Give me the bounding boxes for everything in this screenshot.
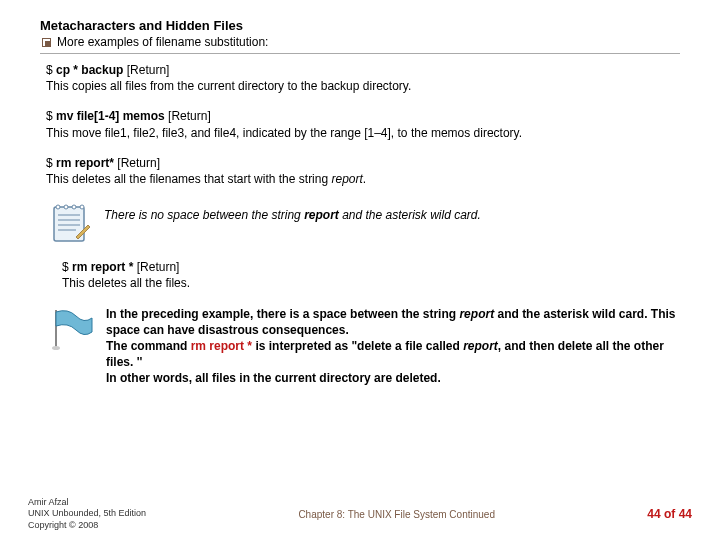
example-2: $ mv file[1-4] memos [Return] This move … <box>46 108 680 140</box>
warning-text: In the preceding example, there is a spa… <box>106 306 680 387</box>
note-text: There is no space between the string rep… <box>104 201 481 223</box>
footer-left: Amir Afzal UNIX Unbounded, 5th Edition C… <box>28 497 146 531</box>
bullet-text: More examples of filename substitution: <box>57 35 268 49</box>
page-number: 44 of 44 <box>647 507 692 521</box>
svg-point-8 <box>80 205 84 209</box>
example-4: $ rm report * [Return] This deletes all … <box>62 259 680 291</box>
example-desc: This deletes all the files. <box>62 275 680 291</box>
prompt: $ <box>62 260 72 274</box>
command-text: rm report * <box>72 260 133 274</box>
svg-point-6 <box>64 205 68 209</box>
square-bullet-icon <box>42 38 51 47</box>
footer: Amir Afzal UNIX Unbounded, 5th Edition C… <box>0 496 720 540</box>
warning-block: In the preceding example, there is a spa… <box>46 306 680 387</box>
bullet-row: More examples of filename substitution: <box>42 35 680 49</box>
flag-icon <box>46 306 96 352</box>
example-desc: This move file1, file2, file3, and file4… <box>46 125 680 141</box>
command-text: rm report* <box>56 156 114 170</box>
return-key: [Return] <box>165 109 211 123</box>
notepad-icon <box>46 201 94 245</box>
prompt: $ <box>46 156 56 170</box>
return-key: [Return] <box>114 156 160 170</box>
slide-title: Metacharacters and Hidden Files <box>40 18 680 33</box>
footer-author: Amir Afzal <box>28 497 146 508</box>
footer-copyright: Copyright © 2008 <box>28 520 146 531</box>
command-text: cp * backup <box>56 63 123 77</box>
svg-point-5 <box>56 205 60 209</box>
prompt: $ <box>46 109 56 123</box>
return-key: [Return] <box>123 63 169 77</box>
svg-point-7 <box>72 205 76 209</box>
example-1: $ cp * backup [Return] This copies all f… <box>46 62 680 94</box>
example-3: $ rm report* [Return] This deletes all t… <box>46 155 680 187</box>
svg-point-10 <box>52 346 60 350</box>
footer-book: UNIX Unbounded, 5th Edition <box>28 508 146 519</box>
return-key: [Return] <box>133 260 179 274</box>
note-block: There is no space between the string rep… <box>46 201 680 245</box>
footer-chapter: Chapter 8: The UNIX File System Continue… <box>146 509 647 520</box>
example-desc: This deletes all the filenames that star… <box>46 171 680 187</box>
divider <box>40 53 680 54</box>
command-text: mv file[1-4] memos <box>56 109 165 123</box>
prompt: $ <box>46 63 56 77</box>
example-desc: This copies all files from the current d… <box>46 78 680 94</box>
